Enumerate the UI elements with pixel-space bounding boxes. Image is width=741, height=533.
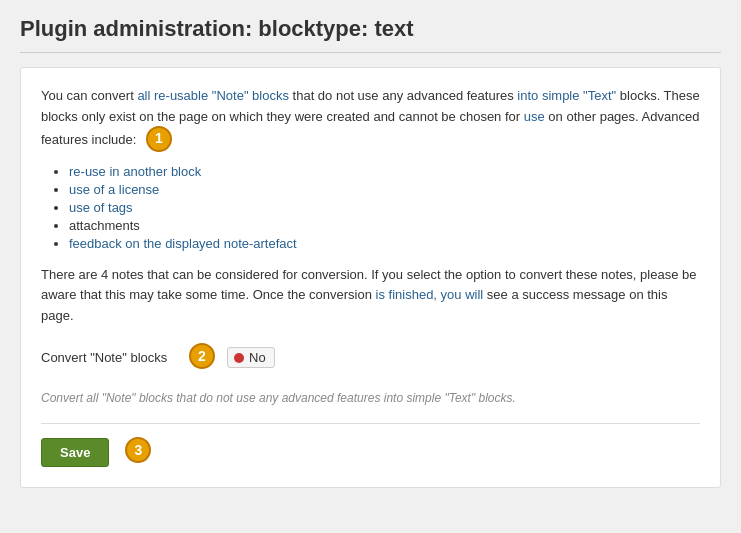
feature-item-3: use of tags — [69, 200, 700, 215]
feature-link-2[interactable]: use of a license — [69, 182, 159, 197]
toggle-convert-button[interactable]: No — [227, 347, 275, 368]
helper-text: Convert all "Note" blocks that do not us… — [41, 391, 700, 405]
feature-item-4: attachments — [69, 218, 700, 233]
description-text: You can convert all re-usable "Note" blo… — [41, 86, 700, 154]
section-divider — [41, 423, 700, 424]
annotation-bubble-1: 1 — [146, 126, 172, 152]
page-title: Plugin administration: blocktype: text — [20, 16, 721, 53]
save-button[interactable]: Save — [41, 438, 109, 467]
link-into-simple[interactable]: into simple "Text" — [517, 88, 616, 103]
toggle-value-label: No — [249, 350, 266, 365]
annotation-bubble-3: 3 — [125, 437, 151, 463]
feature-item-5: feedback on the displayed note-artefact — [69, 236, 700, 251]
save-row: Save 3 — [41, 438, 700, 467]
feature-link-5b[interactable]: displayed note-artefact — [165, 236, 297, 251]
annotation-bubble-2: 2 — [189, 343, 215, 369]
feature-link-5[interactable]: feedback on the — [69, 236, 165, 251]
link-use[interactable]: use — [524, 109, 545, 124]
feature-item-1: re-use in another block — [69, 164, 700, 179]
feature-link-3[interactable]: use of tags — [69, 200, 133, 215]
feature-item-2: use of a license — [69, 182, 700, 197]
convert-row-wrapper: Convert "Note" blocks 2 No — [41, 345, 700, 381]
conversion-note: There are 4 notes that can be considered… — [41, 265, 700, 327]
features-list: re-use in another block use of a license… — [41, 164, 700, 251]
content-card: You can convert all re-usable "Note" blo… — [20, 67, 721, 488]
toggle-dot — [234, 353, 244, 363]
feature-link-1[interactable]: re-use in another block — [69, 164, 201, 179]
convert-row: Convert "Note" blocks 2 No — [41, 345, 275, 371]
feature-text-4: attachments — [69, 218, 140, 233]
link-conversion-finished[interactable]: is finished, you will — [376, 287, 484, 302]
convert-label: Convert "Note" blocks — [41, 350, 171, 365]
link-all-reusable[interactable]: all re-usable "Note" blocks — [137, 88, 289, 103]
